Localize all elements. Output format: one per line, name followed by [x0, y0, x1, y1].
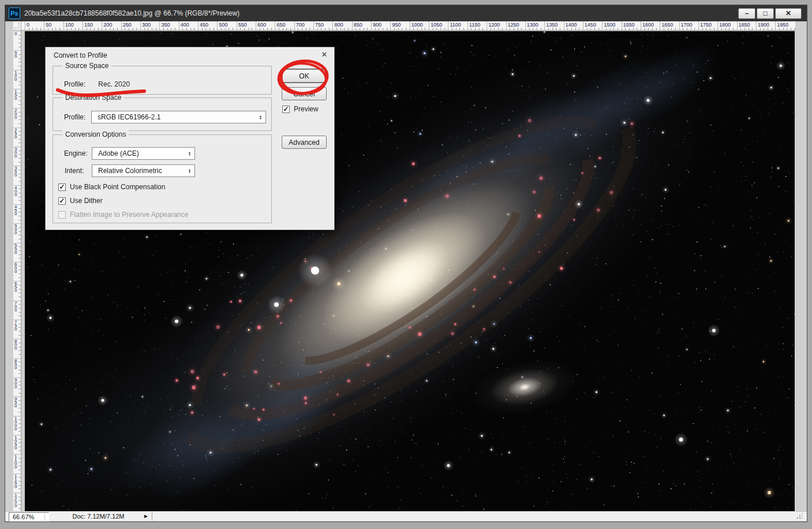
ruler-label: 750 — [14, 321, 18, 331]
conversion-options-legend: Conversion Options — [62, 130, 129, 138]
ruler-tick — [390, 21, 391, 30]
ruler-tick — [660, 21, 660, 30]
intent-select[interactable]: Relative Colorimetric ▲▼ — [92, 164, 195, 177]
preview-checkbox[interactable]: ✓ Preview — [282, 105, 319, 113]
intent-value: Relative Colorimetric — [98, 167, 162, 175]
close-icon: ✕ — [321, 50, 328, 59]
ruler-tick — [83, 21, 83, 30]
ruler-tick — [448, 21, 448, 30]
vertical-ruler[interactable]: 0501001502002503003504004505005506006507… — [13, 31, 21, 511]
engine-label: Engine: — [64, 149, 88, 157]
ruler-label: 600 — [14, 263, 18, 273]
cancel-button[interactable]: Cancel — [282, 87, 327, 100]
checkbox-icon[interactable]: ✓ — [58, 183, 66, 191]
window-controls: – □ ✕ — [738, 8, 802, 19]
ruler-label: 1700 — [681, 22, 693, 28]
ok-button[interactable]: OK — [282, 69, 327, 83]
ruler-tick — [237, 21, 237, 30]
dialog-titlebar[interactable]: Convert to Profile — [46, 47, 334, 61]
convert-to-profile-dialog: Convert to Profile ✕ Source Space Profil… — [45, 47, 335, 230]
ruler-label: 900 — [373, 22, 381, 28]
ruler-tick — [544, 21, 545, 30]
ruler-label: 1200 — [14, 494, 18, 508]
maximize-button[interactable]: □ — [757, 8, 774, 19]
checkbox-icon[interactable]: ✓ — [282, 106, 290, 113]
ruler-label: 950 — [392, 22, 401, 28]
ruler-label: 1250 — [508, 22, 519, 28]
stepper-icon: ▲▼ — [188, 151, 191, 156]
ruler-tick — [332, 21, 333, 30]
ruler-label: 700 — [296, 22, 305, 28]
ruler-label: 300 — [14, 148, 18, 158]
close-window-button[interactable]: ✕ — [775, 8, 802, 19]
ruler-label: 1200 — [488, 22, 500, 28]
ruler-tick — [198, 21, 199, 30]
ruler-label: 1150 — [469, 22, 480, 28]
ruler-label: 550 — [14, 244, 18, 254]
ruler-tick — [641, 21, 641, 30]
ruler-tick — [622, 21, 622, 30]
ruler-tick — [25, 21, 25, 30]
ruler-label: 1100 — [14, 455, 18, 469]
ruler-label: 800 — [334, 22, 343, 28]
ruler-origin-box[interactable] — [13, 21, 21, 31]
advanced-button[interactable]: Advanced — [282, 136, 327, 149]
checkbox-label: Use Black Point Compensation — [70, 183, 165, 191]
ruler-label: 250 — [14, 129, 18, 139]
ruler-label: 650 — [14, 282, 18, 292]
ruler-tick — [525, 21, 526, 30]
flatten-image-to-preserve-appearance-checkbox: Flatten Image to Preserve Appearance — [58, 208, 255, 222]
ruler-label: 0 — [27, 22, 29, 28]
ruler-label: 0 — [14, 32, 18, 36]
ruler-label: 1550 — [623, 22, 635, 28]
horizontal-ruler[interactable]: 0501001502002503003504004505005506006507… — [21, 21, 795, 31]
ruler-tick — [410, 21, 410, 30]
advanced-button-label: Advanced — [289, 138, 319, 147]
ruler-label: 1400 — [566, 22, 577, 28]
ruler-tick — [679, 21, 680, 30]
dialog-close-button[interactable]: ✕ — [319, 50, 330, 59]
ruler-tick — [313, 21, 314, 30]
checkbox-icon — [58, 211, 66, 219]
destination-profile-select[interactable]: sRGB IEC61966-2.1 ▲▼ — [91, 111, 266, 123]
ruler-label: 800 — [14, 340, 18, 350]
stepper-icon: ▲▼ — [188, 168, 191, 173]
ruler-label: 1750 — [700, 22, 712, 28]
ruler-label: 1600 — [642, 22, 654, 28]
window-titlebar[interactable]: Ps 20ba5e53f1a28cb7188568f0f582ae10.jpg … — [5, 5, 807, 21]
ruler-label: 1650 — [661, 22, 673, 28]
ruler-label: 450 — [14, 205, 18, 216]
ruler-label: 1350 — [546, 22, 557, 28]
use-black-point-compensation-checkbox[interactable]: ✓Use Black Point Compensation — [58, 180, 255, 194]
ruler-tick — [583, 21, 583, 30]
engine-select[interactable]: Adobe (ACE) ▲▼ — [92, 147, 195, 160]
ruler-label: 250 — [123, 22, 132, 28]
checkbox-icon[interactable]: ✓ — [58, 197, 66, 205]
ruler-label: 1500 — [604, 22, 615, 28]
ruler-label: 550 — [238, 22, 247, 28]
ruler-tick — [44, 21, 44, 30]
dialog-title: Convert to Profile — [54, 51, 107, 59]
ruler-label: 300 — [142, 22, 151, 28]
ruler-label: 350 — [14, 167, 18, 177]
use-dither-checkbox[interactable]: ✓Use Dither — [58, 194, 255, 208]
ruler-tick — [352, 21, 353, 30]
ruler-label: 850 — [354, 22, 362, 28]
doc-info-text: Doc: 7.12M/7.12M — [73, 513, 125, 520]
ruler-tick — [429, 21, 429, 30]
ruler-label: 700 — [14, 302, 18, 312]
conversion-checkbox-list: ✓Use Black Point Compensation✓Use Dither… — [58, 180, 255, 222]
ruler-label: 900 — [14, 378, 18, 389]
ruler-tick — [275, 21, 275, 30]
source-space-legend: Source Space — [62, 62, 111, 70]
status-menu-arrow-icon[interactable]: ► — [143, 513, 149, 519]
ruler-label: 750 — [315, 22, 324, 28]
ruler-tick — [737, 21, 738, 30]
zoom-level-field[interactable]: 66.67% — [9, 512, 49, 522]
minimize-button[interactable]: – — [738, 8, 755, 19]
ruler-label: 1100 — [450, 22, 461, 28]
ruler-tick — [140, 21, 141, 30]
ruler-label: 500 — [14, 224, 18, 235]
ruler-tick — [487, 21, 487, 30]
ruler-label: 1050 — [14, 436, 18, 450]
